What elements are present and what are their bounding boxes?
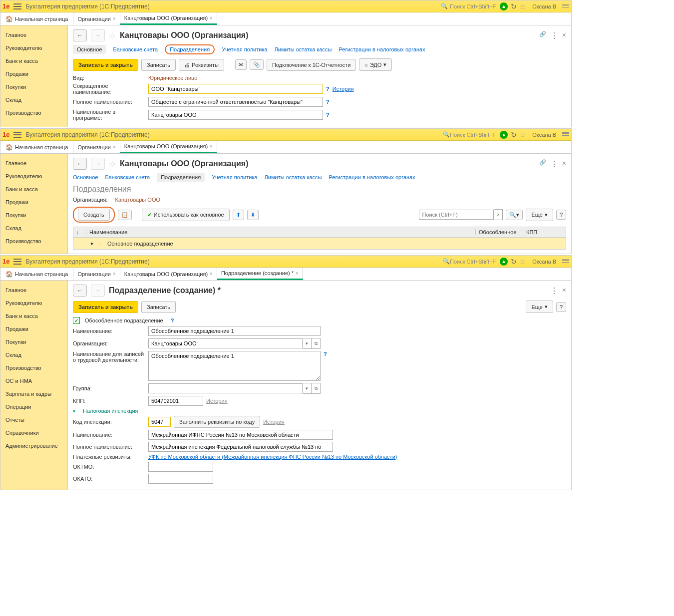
subtab-policy[interactable]: Учетная политика <box>212 174 257 180</box>
nav-forward-button[interactable]: → <box>91 285 105 297</box>
favorite-star-icon[interactable]: ☆ <box>109 159 116 169</box>
history-link[interactable]: История <box>333 86 354 92</box>
sidebar-item[interactable]: Покупки <box>0 80 67 93</box>
close-icon[interactable]: × <box>210 271 213 277</box>
link-icon[interactable]: 🔗 <box>539 159 546 169</box>
subtab-tax-reg[interactable]: Регистрации в налоговых органах <box>338 46 425 52</box>
tab-organizations[interactable]: Организации× <box>73 268 120 280</box>
kpp-input[interactable] <box>148 396 203 406</box>
nav-forward-button[interactable]: → <box>91 158 105 170</box>
sidebar-item[interactable]: Операции <box>0 400 67 413</box>
create-button[interactable]: Создать <box>78 209 110 221</box>
inspection-name-input[interactable] <box>148 430 333 440</box>
search-top[interactable]: 🔍Поиск Ctrl+Shift+F <box>443 258 496 265</box>
sidebar-item[interactable]: Банк и касса <box>0 54 67 67</box>
sidebar-item[interactable]: Производство <box>0 106 67 119</box>
tab-org-card[interactable]: Канцтовары ООО (Организация)× <box>120 12 217 25</box>
close-icon[interactable]: × <box>210 15 213 21</box>
close-icon[interactable]: × <box>296 271 299 276</box>
nav-back-button[interactable]: ← <box>73 158 87 170</box>
subtab-tax-reg[interactable]: Регистрации в налоговых органах <box>329 174 415 180</box>
inspection-full-input[interactable] <box>148 442 333 452</box>
sidebar-item[interactable]: Главное <box>0 28 67 41</box>
help-icon[interactable]: ? <box>324 351 327 357</box>
settings-lines-icon[interactable] <box>562 132 569 138</box>
subtab-limits[interactable]: Лимиты остатка кассы <box>265 174 322 180</box>
sidebar-item[interactable]: Банк и касса <box>0 183 67 196</box>
notifications-icon[interactable]: ▲ <box>500 2 508 10</box>
sidebar-item[interactable]: Банк и касса <box>0 309 67 322</box>
envelope-button[interactable]: ✉ <box>235 59 247 70</box>
open-ref-icon[interactable]: ⧉ <box>312 383 321 394</box>
subtab-policy[interactable]: Учетная политика <box>222 46 267 52</box>
home-tab[interactable]: 🏠Начальная страница <box>0 12 73 25</box>
settings-lines-icon[interactable] <box>562 259 569 265</box>
sidebar-item[interactable]: Склад <box>0 93 67 106</box>
close-icon[interactable]: × <box>113 271 116 277</box>
subtab-bank[interactable]: Банковские счета <box>113 46 158 52</box>
sidebar-item[interactable]: Главное <box>0 284 67 297</box>
dropdown-icon[interactable]: ▾ <box>303 338 312 349</box>
sidebar-item[interactable]: Справочники <box>0 426 67 439</box>
sidebar-item[interactable]: Продажи <box>0 67 67 80</box>
sidebar-item[interactable]: Отчеты <box>0 413 67 426</box>
main-menu-icon[interactable] <box>13 3 21 9</box>
group-input[interactable] <box>148 383 303 393</box>
close-icon[interactable]: × <box>210 144 213 149</box>
fill-by-code-button[interactable]: Заполнить реквизиты по коду <box>174 416 260 428</box>
sidebar-item[interactable]: Руководителю <box>0 41 67 54</box>
more-menu-icon[interactable]: ⋮ <box>550 31 558 40</box>
tab-org-card[interactable]: Канцтовары ООО (Организация)× <box>120 268 217 280</box>
save-button[interactable]: Записать <box>141 59 176 71</box>
help-button[interactable]: ? <box>556 210 566 220</box>
org-input[interactable] <box>148 338 303 348</box>
close-page-icon[interactable]: × <box>562 286 566 296</box>
sidebar-item[interactable]: Производство <box>0 361 67 374</box>
notifications-icon[interactable]: ▲ <box>500 258 508 266</box>
payment-details-link[interactable]: УФК по Московской области (Межрайонная и… <box>148 454 397 460</box>
sidebar-item[interactable]: Администрирование <box>0 439 67 452</box>
save-close-button[interactable]: Записать и закрыть <box>73 59 138 71</box>
sidebar-item[interactable]: Покупки <box>0 335 67 348</box>
main-menu-icon[interactable] <box>13 132 21 138</box>
oktmo-input[interactable] <box>148 462 213 472</box>
table-row[interactable]: ▸ − Основное подразделение <box>73 238 566 250</box>
tab-org-card[interactable]: Канцтовары ООО (Организация)× <box>120 141 217 153</box>
search-button[interactable]: 🔍▾ <box>506 210 523 220</box>
tab-organizations[interactable]: Организации× <box>73 12 120 25</box>
more-button[interactable]: Еще▾ <box>526 301 553 313</box>
history-link[interactable]: История <box>263 419 285 425</box>
more-menu-icon[interactable]: ⋮ <box>550 286 558 296</box>
favorites-icon[interactable]: ☆ <box>520 131 526 139</box>
move-up-button[interactable]: ⬆ <box>233 210 244 220</box>
settings-lines-icon[interactable] <box>562 3 569 9</box>
favorites-icon[interactable]: ☆ <box>520 258 526 266</box>
user-name[interactable]: Оксана В <box>532 259 556 265</box>
sidebar-item[interactable]: Склад <box>0 222 67 235</box>
requisites-button[interactable]: 🖨Реквизиты <box>179 59 224 71</box>
okato-input[interactable] <box>148 474 213 484</box>
labor-name-textarea[interactable] <box>148 351 321 381</box>
save-button[interactable]: Записать <box>141 301 176 313</box>
tax-section-toggle[interactable]: Налоговая инспекция <box>83 408 138 414</box>
search-top[interactable]: 🔍Поиск Ctrl+Shift+F <box>443 131 496 138</box>
open-ref-icon[interactable]: ⧉ <box>312 338 321 349</box>
history-icon[interactable]: ↻ <box>511 2 517 10</box>
inspection-code-input[interactable] <box>148 417 171 427</box>
more-button[interactable]: Еще▾ <box>526 209 553 221</box>
short-name-input[interactable] <box>148 84 323 94</box>
subtab-limits[interactable]: Лимиты остатка кассы <box>275 46 332 52</box>
separate-dept-checkbox[interactable]: ✔ <box>73 317 80 324</box>
help-icon[interactable]: ? <box>326 86 330 92</box>
nav-back-button[interactable]: ← <box>73 29 87 41</box>
more-menu-icon[interactable]: ⋮ <box>550 159 558 169</box>
user-name[interactable]: Оксана В <box>532 3 556 9</box>
help-icon[interactable]: ? <box>326 99 330 105</box>
subtab-main[interactable]: Основное <box>73 45 106 54</box>
sidebar-item[interactable]: Зарплата и кадры <box>0 387 67 400</box>
search-clear-button[interactable]: × <box>494 209 503 220</box>
close-page-icon[interactable]: × <box>562 159 566 169</box>
link-icon[interactable]: 🔗 <box>539 31 546 40</box>
sidebar-item[interactable]: Руководителю <box>0 297 67 309</box>
subtab-departments[interactable]: Подразделения <box>170 46 210 52</box>
